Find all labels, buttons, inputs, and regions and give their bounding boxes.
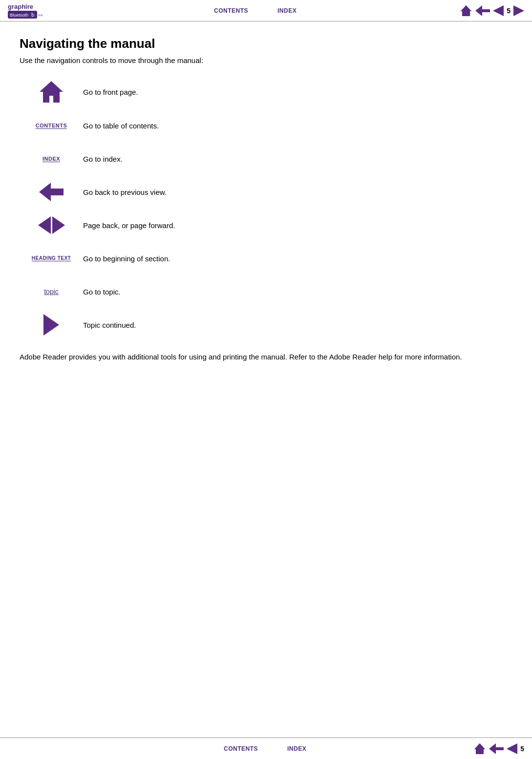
nav-row-home: Go to front page. xyxy=(24,79,512,105)
svg-marker-9 xyxy=(493,5,504,16)
nav-row-page-arrows: Page back, or page forward. xyxy=(24,213,512,237)
svg-marker-8 xyxy=(475,5,490,16)
back-arrow-large-icon xyxy=(39,183,64,201)
nav-row-back: Go back to previous view. xyxy=(24,180,512,204)
nav-desc-index: Go to index. xyxy=(78,155,123,163)
nav-icon-topic-continued xyxy=(24,314,78,336)
svg-text:graphire: graphire xyxy=(8,3,33,10)
contents-link-top[interactable]: CONTENTS xyxy=(214,7,248,14)
logo: graphire Bluetooth ␢ ≈≈ xyxy=(8,2,51,20)
nav-row-heading: HEADING TEXT Go to beginning of section. xyxy=(24,246,512,271)
nav-desc-topic-continued: Topic continued. xyxy=(78,321,136,329)
back-button-top[interactable] xyxy=(475,5,490,16)
prev-page-button-bottom[interactable] xyxy=(507,743,517,754)
svg-rect-14 xyxy=(476,749,484,754)
nav-desc-topic: Go to topic. xyxy=(78,288,121,296)
nav-icon-index: INDEX xyxy=(24,156,78,162)
svg-marker-7 xyxy=(461,5,471,11)
topic-continued-triangle xyxy=(43,314,59,336)
nav-desc-page-arrows: Page back, or page forward. xyxy=(78,221,175,230)
index-link-top[interactable]: INDEX xyxy=(277,7,297,14)
nav-icon-home xyxy=(24,79,78,105)
nav-items-list: Go to front page. CONTENTS Go to table o… xyxy=(24,79,512,337)
home-button-top[interactable] xyxy=(460,4,472,17)
svg-rect-6 xyxy=(462,11,470,16)
nav-icon-page-arrows xyxy=(24,216,78,234)
nav-icon-heading: HEADING TEXT xyxy=(24,255,78,261)
svg-text:Bluetooth: Bluetooth xyxy=(10,13,28,18)
svg-marker-12 xyxy=(39,183,64,201)
home-icon-large xyxy=(39,79,64,105)
svg-text:≈≈: ≈≈ xyxy=(38,13,43,18)
page-intro: Use the navigation controls to move thro… xyxy=(20,56,512,64)
bottom-nav-right: 5 xyxy=(473,742,524,755)
nav-row-index: INDEX Go to index. xyxy=(24,147,512,171)
heading-text-link[interactable]: HEADING TEXT xyxy=(32,255,71,261)
nav-row-topic-continued: Topic continued. xyxy=(24,313,512,337)
index-nav-link[interactable]: INDEX xyxy=(43,156,60,162)
svg-marker-10 xyxy=(513,5,524,16)
page-number-top: 5 xyxy=(507,7,511,15)
top-nav-center: CONTENTS INDEX xyxy=(214,7,297,14)
top-nav-right: 5 xyxy=(460,4,524,17)
page-title: Navigating the manual xyxy=(20,36,512,51)
footer-note: Adobe Reader provides you with additiona… xyxy=(20,352,484,363)
svg-marker-16 xyxy=(489,743,504,754)
bottom-nav-bar: CONTENTS INDEX 5 xyxy=(0,738,532,759)
svg-marker-15 xyxy=(474,743,485,749)
top-nav-bar: graphire Bluetooth ␢ ≈≈ CONTENTS INDEX xyxy=(0,0,532,21)
prev-page-icon-bottom xyxy=(507,743,517,754)
next-page-button-top[interactable] xyxy=(513,5,524,16)
back-arrow-icon-bottom xyxy=(489,743,504,754)
nav-icon-topic: topic xyxy=(24,288,78,295)
back-arrow-icon-top xyxy=(475,5,490,16)
page-forward-triangle xyxy=(52,216,65,234)
svg-text:␢: ␢ xyxy=(31,12,34,18)
topic-link[interactable]: topic xyxy=(44,288,59,295)
bottom-nav-center: CONTENTS INDEX xyxy=(224,745,306,752)
contents-nav-link[interactable]: CONTENTS xyxy=(36,123,67,129)
next-page-icon-top xyxy=(513,5,524,16)
nav-row-contents: CONTENTS Go to table of contents. xyxy=(24,113,512,138)
page-number-bottom: 5 xyxy=(520,745,524,753)
nav-desc-back: Go back to previous view. xyxy=(78,188,167,196)
nav-desc-home: Go to front page. xyxy=(78,88,138,96)
nav-desc-contents: Go to table of contents. xyxy=(78,122,159,130)
home-icon-bottom xyxy=(473,742,486,755)
logo-svg: graphire Bluetooth ␢ ≈≈ xyxy=(8,2,51,20)
prev-page-icon-top xyxy=(493,5,504,16)
nav-icon-contents: CONTENTS xyxy=(24,123,78,129)
prev-page-button-top[interactable] xyxy=(493,5,504,16)
contents-link-bottom[interactable]: CONTENTS xyxy=(224,745,258,752)
svg-marker-11 xyxy=(40,81,63,103)
index-link-bottom[interactable]: INDEX xyxy=(287,745,306,752)
nav-row-topic: topic Go to topic. xyxy=(24,279,512,304)
nav-icon-back xyxy=(24,183,78,201)
page-back-triangle xyxy=(38,216,51,234)
nav-desc-heading: Go to beginning of section. xyxy=(78,254,170,263)
main-content: Navigating the manual Use the navigation… xyxy=(0,21,532,378)
svg-marker-17 xyxy=(507,743,517,754)
home-button-bottom[interactable] xyxy=(473,742,486,755)
back-button-bottom[interactable] xyxy=(489,743,504,754)
home-icon-top xyxy=(460,4,472,17)
